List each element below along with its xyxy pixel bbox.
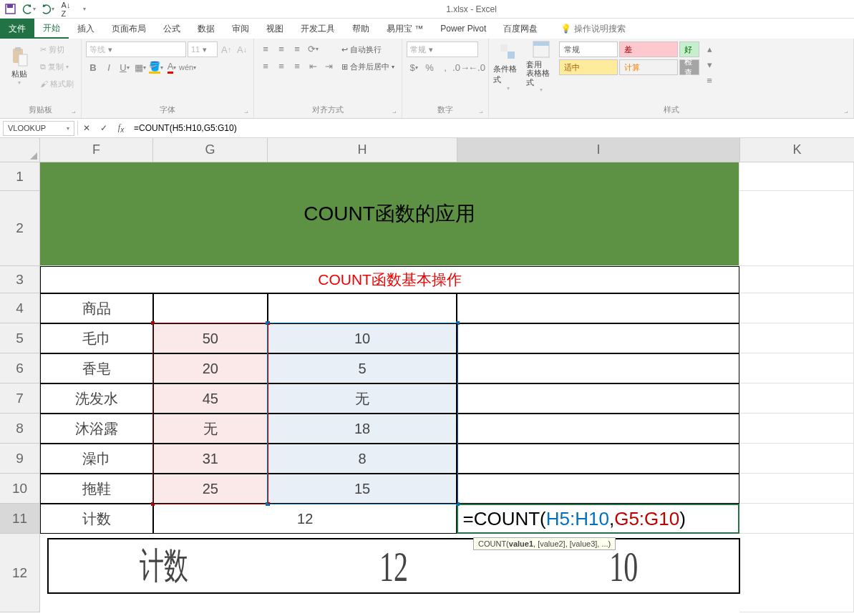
cell-h4[interactable] xyxy=(268,293,457,323)
underline-button[interactable]: U▾ xyxy=(117,60,132,74)
style-check[interactable]: 检查 xyxy=(679,59,699,75)
phonetic-button[interactable]: wén▾ xyxy=(180,60,195,74)
cell-k11[interactable] xyxy=(739,504,854,534)
tab-developer[interactable]: 开发工具 xyxy=(292,19,344,39)
align-top-button[interactable]: ≡ xyxy=(258,41,273,56)
worksheet-grid[interactable]: FGHIK 123456789101112 COUNT函数的应用 COUNT函数… xyxy=(0,138,854,616)
style-normal[interactable]: 常规 xyxy=(559,41,618,57)
cell-k8[interactable] xyxy=(739,414,854,444)
row-header-5[interactable]: 5 xyxy=(0,323,40,353)
styles-scrolldown[interactable]: ▾ xyxy=(702,57,717,72)
row-header-6[interactable]: 6 xyxy=(0,353,40,383)
align-middle-button[interactable]: ≡ xyxy=(274,41,288,56)
cell-f8[interactable]: 沐浴露 xyxy=(40,414,153,444)
cell-f4[interactable]: 商品 xyxy=(40,293,153,323)
style-good[interactable]: 好 xyxy=(679,41,699,57)
cell-k1[interactable] xyxy=(739,162,854,191)
sort-button[interactable]: A↓Z xyxy=(59,2,73,16)
copy-button[interactable]: ⧉复制▾ xyxy=(37,59,77,74)
accounting-button[interactable]: $▾ xyxy=(407,60,421,74)
tellme-search[interactable]: 💡 操作说明搜索 xyxy=(561,19,626,39)
tab-powerpivot[interactable]: Power Pivot xyxy=(432,19,495,39)
col-header-H[interactable]: H xyxy=(268,138,457,162)
row-header-8[interactable]: 8 xyxy=(0,414,40,444)
cell-h7[interactable]: 无 xyxy=(268,383,457,414)
tab-file[interactable]: 文件 xyxy=(0,19,34,39)
decrease-font-button[interactable]: A↓ xyxy=(235,42,249,57)
cell-i9[interactable] xyxy=(457,444,739,474)
decrease-indent-button[interactable]: ⇤ xyxy=(306,59,320,73)
title-cell[interactable]: COUNT函数的应用 xyxy=(40,162,739,266)
style-bad[interactable]: 差 xyxy=(619,41,678,57)
comma-button[interactable]: , xyxy=(438,60,452,74)
cell-h9[interactable]: 8 xyxy=(268,444,457,474)
tab-baidu[interactable]: 百度网盘 xyxy=(495,19,546,39)
cell-h8[interactable]: 18 xyxy=(268,414,457,444)
select-all-corner[interactable] xyxy=(0,138,40,162)
paste-button[interactable]: 粘贴 ▾ xyxy=(4,41,34,92)
enter-button[interactable]: ✓ xyxy=(95,119,112,137)
cell-i5[interactable] xyxy=(457,323,739,353)
row-header-2[interactable]: 2 xyxy=(0,191,40,266)
tab-help[interactable]: 帮助 xyxy=(344,19,378,39)
cell-g6[interactable]: 20 xyxy=(153,353,268,383)
name-box[interactable]: VLOOKUP ▾ xyxy=(3,121,74,136)
redo-button[interactable]: ▾ xyxy=(40,2,54,16)
row-header-11[interactable]: 11 xyxy=(0,504,40,534)
cell-k9[interactable] xyxy=(739,444,854,474)
tab-data[interactable]: 数据 xyxy=(189,19,223,39)
cell-h10[interactable]: 15 xyxy=(268,474,457,504)
wrap-text-button[interactable]: ↩自动换行 xyxy=(339,41,397,57)
cells-area[interactable]: COUNT函数的应用 COUNT函数基本操作 商品 毛巾5010香皂205洗发水… xyxy=(40,162,854,612)
cell-g9[interactable]: 31 xyxy=(153,444,268,474)
cell-f9[interactable]: 澡巾 xyxy=(40,444,153,474)
cell-k2[interactable] xyxy=(739,191,854,266)
increase-indent-button[interactable]: ⇥ xyxy=(321,59,336,73)
fx-button[interactable]: fx xyxy=(112,119,130,137)
cell-f5[interactable]: 毛巾 xyxy=(40,323,153,353)
align-bottom-button[interactable]: ≡ xyxy=(290,41,304,56)
cancel-button[interactable]: ✕ xyxy=(78,119,95,137)
cell-i8[interactable] xyxy=(457,414,739,444)
fill-color-button[interactable]: 🪣▾ xyxy=(149,60,163,74)
styles-scrollup[interactable]: ▴ xyxy=(702,41,717,56)
percent-button[interactable]: % xyxy=(422,60,437,74)
cell-i10[interactable] xyxy=(457,474,739,504)
subtitle-cell[interactable]: COUNT函数基本操作 xyxy=(40,266,739,293)
cell-g7[interactable]: 45 xyxy=(153,383,268,414)
decrease-decimal-button[interactable]: ←.0 xyxy=(470,60,484,74)
col-header-F[interactable]: F xyxy=(40,138,153,162)
cell-k7[interactable] xyxy=(739,383,854,414)
increase-font-button[interactable]: A↑ xyxy=(219,42,233,57)
increase-decimal-button[interactable]: .0→ xyxy=(454,60,468,74)
tab-eyb[interactable]: 易用宝 ™ xyxy=(378,19,432,39)
cell-i4[interactable] xyxy=(457,293,739,323)
cell-g8[interactable]: 无 xyxy=(153,414,268,444)
cell-g10[interactable]: 25 xyxy=(153,474,268,504)
format-painter-button[interactable]: 🖌格式刷 xyxy=(37,76,77,92)
cell-h6[interactable]: 5 xyxy=(268,353,457,383)
font-color-button[interactable]: A▾ xyxy=(165,60,179,74)
orientation-button[interactable]: ⟳▾ xyxy=(306,41,320,56)
row-header-12[interactable]: 12 xyxy=(0,534,40,612)
row-header-1[interactable]: 1 xyxy=(0,162,40,191)
styles-more[interactable]: ≡ xyxy=(702,73,717,87)
cut-button[interactable]: ✂剪切 xyxy=(37,41,77,57)
tab-home[interactable]: 开始 xyxy=(34,19,69,39)
cell-k10[interactable] xyxy=(739,474,854,504)
row-header-4[interactable]: 4 xyxy=(0,293,40,323)
row-header-3[interactable]: 3 xyxy=(0,266,40,293)
align-right-button[interactable]: ≡ xyxy=(290,59,304,73)
formula-input[interactable] xyxy=(130,121,854,136)
tab-view[interactable]: 视图 xyxy=(258,19,292,39)
row-header-9[interactable]: 9 xyxy=(0,444,40,474)
tab-insert[interactable]: 插入 xyxy=(69,19,103,39)
cell-i7[interactable] xyxy=(457,383,739,414)
tab-layout[interactable]: 页面布局 xyxy=(103,19,155,39)
cell-k6[interactable] xyxy=(739,353,854,383)
cell-g5[interactable]: 50 xyxy=(153,323,268,353)
cell-h5[interactable]: 10 xyxy=(268,323,457,353)
tab-formulas[interactable]: 公式 xyxy=(155,19,189,39)
col-header-K[interactable]: K xyxy=(740,138,854,162)
cell-f7[interactable]: 洗发水 xyxy=(40,383,153,414)
